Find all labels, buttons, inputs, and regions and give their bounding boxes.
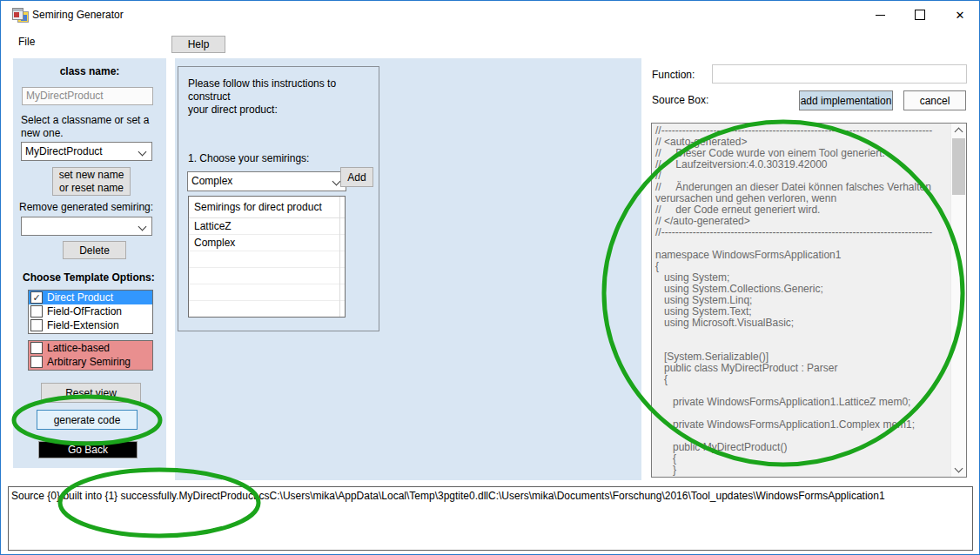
template-options-label: Choose Template Options: xyxy=(23,271,155,284)
minimize-icon xyxy=(876,15,885,16)
empty-list-row xyxy=(189,301,345,318)
minimize-button[interactable] xyxy=(860,1,900,29)
checklist-item-label: Arbitrary Semiring xyxy=(47,356,131,368)
semiring-type-checklist: Lattice-basedArbitrary Semiring xyxy=(28,340,153,371)
classname-dropdown-value: MyDirectProduct xyxy=(25,145,103,157)
titlebar: Semiring Generator ✕ xyxy=(1,1,979,29)
checklist-item[interactable]: Lattice-based xyxy=(29,341,152,355)
generate-code-button[interactable]: generate code xyxy=(37,410,138,430)
app-icon xyxy=(12,8,28,22)
chevron-down-icon xyxy=(332,177,341,186)
checklist-item-label: Direct Product xyxy=(47,291,113,304)
close-button[interactable]: ✕ xyxy=(940,1,980,29)
status-text: Source {0} built into {1} successfully.M… xyxy=(11,490,970,502)
wizard-instruction-box: Please follow this instructions to const… xyxy=(178,66,379,331)
source-code-box[interactable]: //--------------------------------------… xyxy=(651,123,967,478)
remove-semiring-dropdown[interactable] xyxy=(21,217,152,236)
list-item[interactable]: Complex xyxy=(189,235,345,251)
semiring-dropdown-value: Complex xyxy=(191,175,232,187)
chevron-down-icon xyxy=(138,148,147,157)
checklist-item[interactable]: Field-OfFraction xyxy=(29,304,152,318)
wizard-panel: Please follow this instructions to const… xyxy=(175,58,641,480)
scroll-down-icon[interactable] xyxy=(955,465,963,473)
set-name-button[interactable]: set new name or reset name xyxy=(52,167,131,196)
unchecked-checkbox-icon[interactable] xyxy=(30,356,43,368)
help-button[interactable]: Help xyxy=(171,36,225,53)
unchecked-checkbox-icon[interactable] xyxy=(30,342,43,354)
direct-product-rows: LatticeZComplex xyxy=(189,218,345,318)
unchecked-checkbox-icon[interactable] xyxy=(30,305,43,318)
vertical-scrollbar[interactable] xyxy=(950,124,966,477)
empty-list-row xyxy=(189,284,345,301)
checklist-item-label: Field-Extension xyxy=(47,319,119,331)
delete-button[interactable]: Delete xyxy=(63,241,126,259)
class-name-label: class name: xyxy=(13,65,166,77)
scroll-up-icon[interactable] xyxy=(955,128,963,137)
reset-view-button[interactable]: Reset view xyxy=(41,383,141,403)
maximize-button[interactable] xyxy=(900,1,940,29)
function-input[interactable] xyxy=(712,64,967,84)
status-box[interactable]: Source {0} built into {1} successfully.M… xyxy=(8,486,973,551)
window-title: Semiring Generator xyxy=(32,9,124,21)
checklist-item[interactable]: Field-Extension xyxy=(29,318,152,332)
cancel-button[interactable]: cancel xyxy=(903,90,966,110)
scrollbar-thumb[interactable] xyxy=(952,138,965,195)
function-label: Function: xyxy=(652,69,695,81)
add-button[interactable]: Add xyxy=(340,167,373,187)
app-window: Semiring Generator ✕ File Help class nam… xyxy=(0,0,980,555)
remove-semiring-label: Remove generated semiring: xyxy=(19,201,153,213)
maximize-icon xyxy=(915,10,925,20)
unchecked-checkbox-icon[interactable] xyxy=(30,319,43,331)
source-code-text: //--------------------------------------… xyxy=(655,125,949,476)
checklist-item-label: Lattice-based xyxy=(47,342,110,354)
empty-list-row xyxy=(189,268,345,284)
select-classname-hint: Select a classname or set a new one. xyxy=(21,114,149,140)
source-box-label: Source Box: xyxy=(652,94,708,106)
go-back-button[interactable]: Go Back xyxy=(38,441,138,458)
menubar: File xyxy=(1,29,979,53)
semiring-dropdown[interactable]: Complex xyxy=(187,171,346,191)
chevron-down-icon xyxy=(138,223,147,231)
checklist-item-label: Field-OfFraction xyxy=(47,305,122,318)
checked-checkbox-icon[interactable]: ✓ xyxy=(30,291,43,304)
wizard-instructions: Please follow this instructions to const… xyxy=(188,77,375,117)
direct-product-list[interactable]: Semirings for direct product LatticeZCom… xyxy=(188,196,346,318)
step1-label: 1. Choose your semirings: xyxy=(188,152,309,164)
menu-item-file[interactable]: File xyxy=(18,36,35,48)
list-item[interactable]: LatticeZ xyxy=(189,218,345,235)
empty-list-row xyxy=(189,251,345,268)
add-implementation-button[interactable]: add implementation xyxy=(799,90,893,110)
direct-product-list-header: Semirings for direct product xyxy=(189,197,345,218)
classname-dropdown[interactable]: MyDirectProduct xyxy=(21,142,152,161)
template-options-checklist: ✓Direct ProductField-OfFractionField-Ext… xyxy=(28,290,153,334)
column-separator xyxy=(339,197,340,317)
checklist-item[interactable]: ✓Direct Product xyxy=(29,291,152,304)
left-panel: class name: MyDirectProduct Select a cla… xyxy=(13,58,166,468)
class-name-field[interactable]: MyDirectProduct xyxy=(22,87,153,105)
checklist-item[interactable]: Arbitrary Semiring xyxy=(29,355,152,369)
